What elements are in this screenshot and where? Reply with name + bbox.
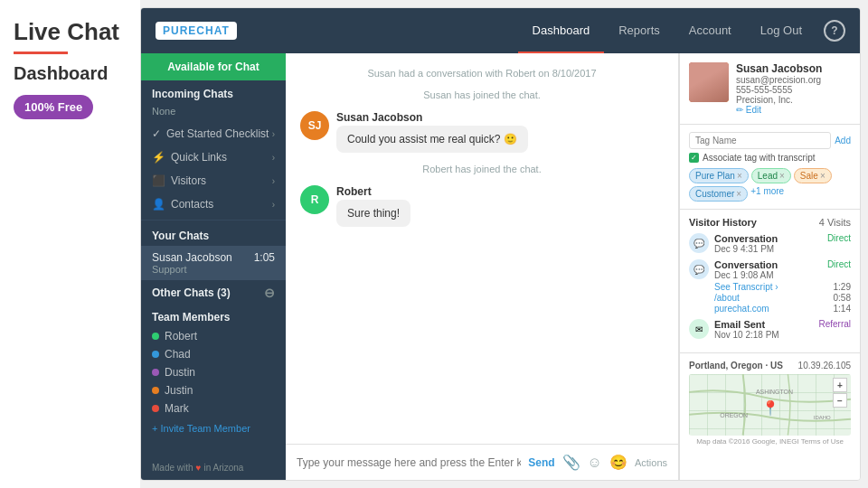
actions-button[interactable]: Actions — [635, 457, 667, 468]
logo: PURECHAT — [156, 22, 237, 40]
chat-input[interactable] — [297, 456, 521, 469]
history-date-1: Dec 9 4:31 PM — [714, 244, 822, 254]
team-name-mark: Mark — [165, 402, 189, 415]
status-dot-justin — [152, 387, 159, 394]
visitor-email: susan@precision.org — [736, 75, 851, 85]
team-name-robert: Robert — [165, 330, 197, 343]
nav-quick-links[interactable]: ⚡ Quick Links › — [141, 145, 286, 169]
lightning-icon: ⚡ — [152, 151, 165, 164]
team-members-title: Team Members — [141, 305, 286, 327]
nav-label: Visitors — [171, 174, 206, 187]
history-source-2: Direct — [827, 259, 851, 269]
chevron-icon: › — [272, 200, 275, 210]
team-member-justin: Justin — [141, 381, 286, 399]
visitor-edit-link[interactable]: ✏ Edit — [736, 105, 851, 115]
sender-robert: Robert — [336, 185, 410, 198]
history-right-3: Referral — [818, 319, 851, 340]
status-dot-mark — [152, 405, 159, 412]
email-history-icon: ✉ — [689, 319, 709, 339]
tag-input-row: Add — [689, 132, 851, 149]
avatar-susan: SJ — [300, 111, 329, 140]
history-source-3: Referral — [818, 319, 851, 329]
history-date-3: Nov 10 2:18 PM — [714, 330, 813, 340]
team-member-robert: Robert — [141, 327, 286, 345]
tag-remove-lead[interactable]: × — [779, 171, 785, 181]
transcript-link[interactable]: See Transcript › — [714, 282, 778, 292]
chat-message-robert: R Robert Sure thing! — [300, 185, 664, 227]
sub-time-3: 1:14 — [834, 304, 851, 314]
team-name-chad: Chad — [165, 348, 191, 361]
nav-logout[interactable]: Log Out — [746, 8, 816, 53]
nav-label: Get Started Checklist — [166, 127, 269, 140]
nav-links: Dashboard Reports Account Log Out ? — [518, 8, 845, 53]
status-dot-dustin — [152, 369, 159, 376]
purechat-link[interactable]: purechat.com — [714, 304, 769, 314]
avatar-robert: R — [300, 185, 329, 214]
active-chat-item[interactable]: Susan Jacobson 1:05 Support — [141, 246, 286, 280]
sub-link-row-1: See Transcript › 1:29 — [714, 282, 851, 292]
send-button[interactable]: Send — [528, 456, 554, 469]
nav-dashboard[interactable]: Dashboard — [518, 8, 605, 53]
history-item-2: 💬 Conversation Dec 1 9:08 AM Direct See … — [689, 259, 851, 314]
available-status[interactable]: Available for Chat — [141, 53, 286, 80]
tag-remove-pure-plan[interactable]: × — [737, 171, 742, 181]
map-zoom-out[interactable]: − — [833, 393, 847, 408]
attachment-icon[interactable]: 📎 — [562, 454, 580, 471]
logo-text: PURE — [163, 24, 196, 37]
tag-remove-customer[interactable]: × — [736, 189, 741, 199]
visitor-face — [689, 62, 729, 102]
history-source-1: Direct — [827, 233, 851, 243]
check-icon: ✓ — [152, 127, 161, 140]
visitor-header: Susan Jacobson susan@precision.org 555-5… — [680, 53, 860, 125]
incoming-none: None — [141, 104, 286, 122]
tags-list: Pure Plan × Lead × Sale × Customer × — [689, 168, 851, 202]
minus-icon[interactable]: ⊖ — [264, 286, 275, 300]
visitor-phone: 555-555-5555 — [736, 85, 851, 95]
nav-visitors[interactable]: ⬛ Visitors › — [141, 169, 286, 192]
app-title: Live Chat — [14, 18, 127, 46]
svg-text:IDAHO: IDAHO — [814, 415, 831, 420]
bubble-susan: Could you assist me real quick? 🙂 — [336, 126, 528, 153]
sender-susan: Susan Jacobson — [336, 111, 528, 124]
tag-remove-sale[interactable]: × — [820, 171, 826, 181]
top-nav: PURECHAT Dashboard Reports Account Log O… — [141, 8, 860, 53]
associate-label: Associate tag with transcript — [703, 153, 816, 163]
sidebar: Available for Chat Incoming Chats None ✓… — [141, 53, 286, 480]
sub-link-row-3: purechat.com 1:14 — [714, 304, 851, 314]
tag-associate-row: ✓ Associate tag with transcript — [689, 153, 851, 163]
map-pin: 📍 — [761, 399, 779, 417]
visitor-name: Susan Jacobson — [736, 62, 851, 75]
nav-get-started[interactable]: ✓ Get Started Checklist › — [141, 122, 286, 145]
help-button[interactable]: ? — [824, 20, 845, 42]
history-right-1: Direct — [827, 233, 851, 254]
branding-panel: Live Chat Dashboard 100% Free — [0, 0, 140, 488]
visitor-history-section: Visitor History 4 Visits 💬 Conversation … — [680, 210, 860, 353]
about-link[interactable]: /about — [714, 293, 740, 303]
emoji-icon[interactable]: ☺ — [588, 455, 602, 471]
map-section: Portland, Oregon · US 10.39.26.105 ASHIN… — [680, 353, 860, 453]
tag-lead: Lead × — [751, 168, 791, 183]
nav-reports[interactable]: Reports — [604, 8, 675, 53]
status-dot-chad — [152, 351, 159, 358]
tag-input[interactable] — [689, 132, 831, 149]
svg-text:OREGON: OREGON — [720, 412, 748, 418]
invite-team-link[interactable]: + Invite Team Member — [141, 418, 286, 439]
nav-contacts[interactable]: 👤 Contacts › — [141, 192, 286, 216]
more-tags-link[interactable]: +1 more — [750, 186, 784, 202]
visitor-history-header: Visitor History 4 Visits — [689, 217, 851, 228]
tag-add-button[interactable]: Add — [835, 136, 851, 145]
chat-contact-name: Susan Jacobson — [152, 251, 232, 264]
nav-label: Quick Links — [171, 151, 227, 164]
map-zoom-in[interactable]: + — [833, 378, 847, 392]
associate-checkbox[interactable]: ✓ — [689, 153, 699, 163]
map-container[interactable]: ASHINGTON OREGON IDAHO 📍 + − — [689, 374, 851, 436]
history-visits: 4 Visits — [819, 217, 851, 228]
chat-history-icon-2: 💬 — [689, 259, 709, 279]
nav-account[interactable]: Account — [675, 8, 746, 53]
chevron-icon: › — [272, 153, 275, 163]
map-header: Portland, Oregon · US 10.39.26.105 — [689, 361, 851, 371]
smiley-icon[interactable]: 😊 — [609, 454, 627, 471]
history-type-2: Conversation — [714, 259, 822, 270]
team-member-mark: Mark — [141, 399, 286, 418]
incoming-chats-title: Incoming Chats — [141, 80, 286, 104]
